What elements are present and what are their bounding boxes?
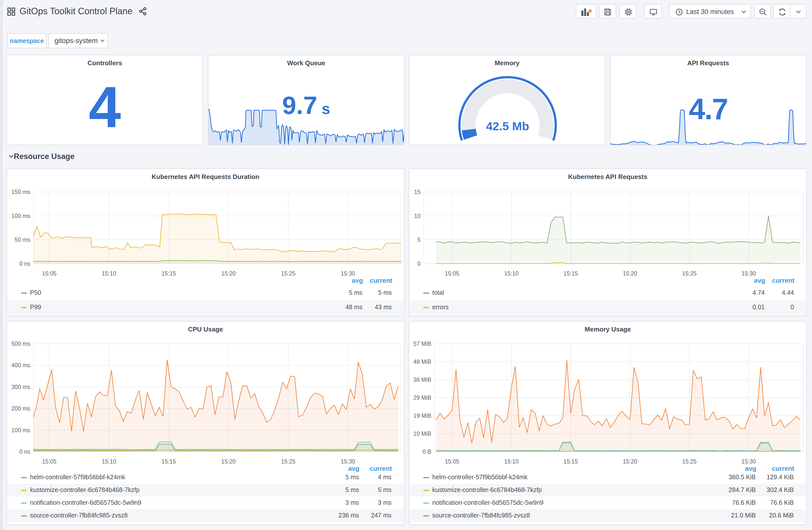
svg-text:5: 5 [417,236,421,243]
svg-text:15:10: 15:10 [102,270,116,277]
svg-text:100 ms: 100 ms [12,427,30,433]
svg-text:10 MiB: 10 MiB [413,430,431,437]
svg-text:15:15: 15:15 [162,270,176,277]
svg-text:15:10: 15:10 [504,270,519,277]
svg-text:400 ms: 400 ms [12,362,30,368]
svg-text:15:20: 15:20 [623,458,637,465]
svg-text:15:30: 15:30 [741,458,756,465]
svg-text:19 MiB: 19 MiB [413,412,431,419]
svg-text:150 ms: 150 ms [12,189,30,195]
svg-text:15:25: 15:25 [682,270,697,277]
svg-text:29 MiB: 29 MiB [413,395,431,401]
svg-text:38 MiB: 38 MiB [413,377,431,383]
svg-text:200 ms: 200 ms [12,405,30,412]
svg-text:15:20: 15:20 [221,270,236,277]
svg-text:15:20: 15:20 [221,458,236,465]
svg-text:15:10: 15:10 [504,458,519,465]
svg-text:48 MiB: 48 MiB [413,358,431,365]
svg-text:15: 15 [414,189,421,195]
svg-text:15:25: 15:25 [281,270,295,277]
svg-text:15:15: 15:15 [162,458,176,465]
svg-text:15:25: 15:25 [682,458,697,465]
svg-text:15:30: 15:30 [741,270,756,277]
svg-text:50 ms: 50 ms [15,236,30,243]
svg-text:15:05: 15:05 [445,270,459,277]
svg-text:15:10: 15:10 [102,458,116,465]
svg-text:42.5 Mb: 42.5 Mb [486,119,529,133]
svg-text:15:25: 15:25 [281,458,295,465]
svg-text:15:05: 15:05 [445,458,459,465]
svg-text:15:05: 15:05 [42,270,57,277]
svg-text:100 ms: 100 ms [12,213,30,219]
svg-text:0 ns: 0 ns [19,448,30,455]
svg-text:0 B: 0 B [422,448,431,455]
svg-text:15:15: 15:15 [564,270,578,277]
svg-text:0: 0 [417,261,421,267]
svg-text:0 ns: 0 ns [19,261,30,267]
svg-text:10: 10 [414,213,421,219]
svg-text:15:30: 15:30 [341,270,355,277]
svg-text:57 MiB: 57 MiB [413,340,431,347]
svg-text:15:30: 15:30 [341,458,355,465]
svg-text:15:15: 15:15 [564,458,578,465]
svg-text:15:05: 15:05 [42,458,57,465]
svg-text:15:20: 15:20 [623,270,637,277]
svg-text:500 ms: 500 ms [12,340,30,347]
svg-text:300 ms: 300 ms [12,384,30,390]
